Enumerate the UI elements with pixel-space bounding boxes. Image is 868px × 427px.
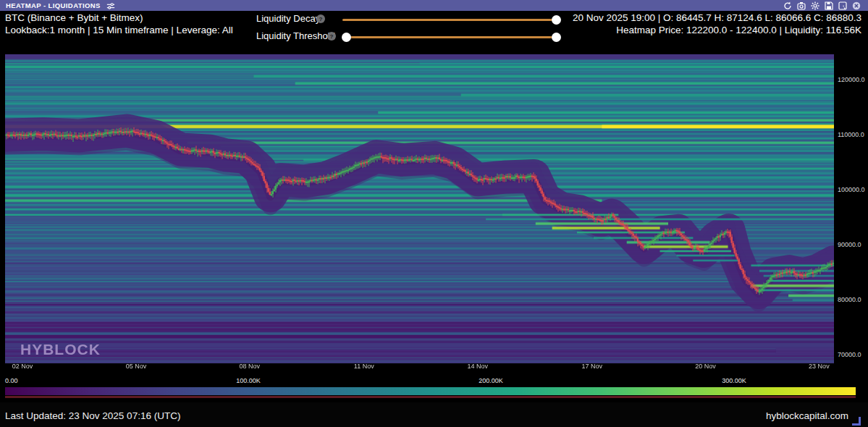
- decay-slider-handle[interactable]: [552, 15, 561, 25]
- liquidity-threshold-label: Liquidity Threshold: [256, 30, 335, 41]
- date-tick-label: 17 Nov: [581, 363, 602, 370]
- threshold-info-icon[interactable]: ?: [327, 32, 336, 41]
- brand-link[interactable]: hyblockcapital.com: [766, 410, 848, 421]
- date-tick-label: 14 Nov: [467, 363, 488, 370]
- date-tick-label: 11 Nov: [354, 363, 374, 370]
- refresh-icon[interactable]: [783, 1, 792, 10]
- page-title: HEATMAP - LIQUIDATIONS: [6, 1, 101, 9]
- heatmap-chart-area: HYBLOCK: [5, 54, 834, 363]
- date-tick-label: 20 Nov: [695, 363, 716, 370]
- price-tick-label: 100000.0: [838, 186, 865, 193]
- colorbar-tick-label: 300.00K: [722, 377, 746, 384]
- price-tick-label: 80000.0: [838, 296, 861, 303]
- threshold-slider-handle-high[interactable]: [552, 33, 561, 42]
- save-icon[interactable]: [825, 1, 833, 10]
- hover-ohlc-readout: 20 Nov 2025 19:00 | O: 86445.7 H: 87124.…: [573, 12, 861, 23]
- colorbar-tick-label: 0.00: [5, 377, 18, 384]
- liquidity-colorbar: [5, 387, 856, 395]
- liquidity-decay-label: Liquidity Decay: [256, 13, 320, 24]
- liquidity-decay-slider[interactable]: [342, 19, 556, 21]
- titlebar-actions: [783, 1, 861, 10]
- price-tick-label: 70000.0: [838, 351, 861, 358]
- date-tick-label: 23 Nov: [809, 363, 830, 370]
- symbol-label: BTC (Binance + Bybit + Bitmex): [5, 12, 143, 23]
- liquidity-threshold-slider[interactable]: [342, 36, 556, 38]
- date-tick-label: 08 Nov: [240, 363, 261, 370]
- date-tick-label: 02 Nov: [12, 363, 33, 370]
- liquidation-heatmap-canvas[interactable]: [5, 54, 834, 363]
- decay-info-icon[interactable]: ?: [316, 14, 325, 23]
- timeline-bar: [5, 396, 856, 398]
- tune-icon[interactable]: [106, 1, 115, 10]
- hover-liquidity-readout: Heatmap Price: 122200.0 - 122400.0 | Liq…: [616, 25, 861, 35]
- liquidation-heatmap-app: HEATMAP - LIQUIDATIONS: [0, 0, 868, 427]
- price-tick-label: 110000.0: [838, 131, 864, 138]
- price-tick-label: 120000.0: [838, 76, 865, 83]
- brand-corner-icon: [852, 417, 861, 426]
- footer: Last Updated: 23 Nov 2025 07:16 (UTC) hy…: [0, 402, 868, 427]
- last-updated-label: Last Updated: 23 Nov 2025 07:16 (UTC): [5, 410, 180, 421]
- date-tick-label: 05 Nov: [126, 363, 147, 370]
- settings-icon[interactable]: [811, 1, 819, 10]
- export-icon[interactable]: [838, 1, 847, 10]
- colorbar-tick-label: 200.00K: [479, 377, 503, 384]
- window-titlebar: HEATMAP - LIQUIDATIONS: [0, 0, 868, 11]
- threshold-slider-handle-low[interactable]: [342, 33, 351, 42]
- price-tick-label: 90000.0: [838, 241, 861, 248]
- close-icon[interactable]: [852, 1, 861, 10]
- screenshot-icon[interactable]: [797, 1, 806, 10]
- colorbar-tick-label: 100.00K: [236, 377, 261, 384]
- chart-settings-label: Lookback:1 month | 15 Min timeframe | Le…: [5, 25, 233, 35]
- info-bar: BTC (Binance + Bybit + Bitmex) Lookback:…: [0, 11, 868, 54]
